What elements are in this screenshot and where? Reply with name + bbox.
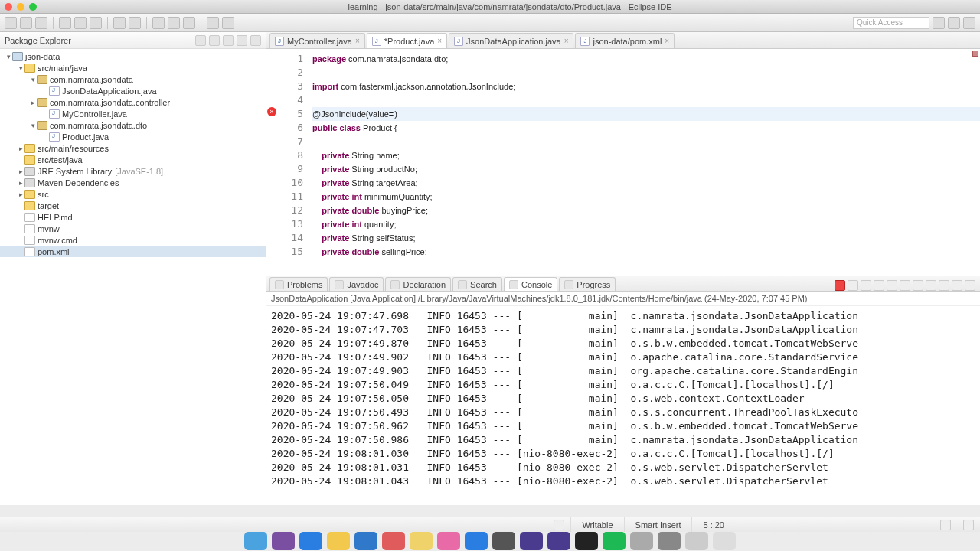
dock-chrome-icon[interactable]	[327, 532, 350, 550]
perspective-java-icon[interactable]	[933, 17, 945, 29]
display-selected-icon[interactable]	[926, 280, 936, 291]
toggle-mark-icon[interactable]	[183, 17, 195, 29]
editor-body[interactable]: × 123456789101112131415 package com.namr…	[266, 49, 980, 276]
debug-icon[interactable]	[59, 17, 71, 29]
tree-row[interactable]: HELP.md	[0, 211, 266, 223]
link-editor-icon[interactable]	[209, 35, 220, 46]
dock-spotify-icon[interactable]	[603, 532, 626, 550]
dock-generic2-icon[interactable]	[658, 532, 681, 550]
editor-tab[interactable]: JJsonDataApplication.java×	[449, 33, 573, 48]
dock-generic-icon[interactable]	[630, 532, 653, 550]
close-icon[interactable]: ×	[355, 37, 360, 45]
close-icon[interactable]: ×	[564, 37, 569, 45]
bottom-tab[interactable]: Declaration	[385, 277, 451, 291]
dock-terminal-icon[interactable]	[575, 532, 598, 550]
new-class-icon[interactable]	[129, 17, 141, 29]
bottom-tab[interactable]: Console	[504, 277, 557, 291]
pin-console-icon[interactable]	[913, 280, 923, 291]
dock-generic3-icon[interactable]	[685, 532, 708, 550]
tree-row[interactable]: src/test/java	[0, 154, 266, 165]
tree-row[interactable]: mvnw.cmd	[0, 234, 266, 246]
dock-music-icon[interactable]	[437, 532, 460, 550]
run-icon[interactable]	[74, 17, 87, 29]
new-package-icon[interactable]	[113, 17, 126, 29]
console-output[interactable]: 2020-05-24 19:07:47.698 INFO 16453 --- […	[266, 306, 980, 505]
tree-row[interactable]: ▸src/main/resources	[0, 142, 266, 154]
save-icon[interactable]	[20, 17, 32, 29]
editor-tabs[interactable]: JMyController.java×J*Product.java×JJsonD…	[266, 32, 980, 49]
view-menu-icon[interactable]	[223, 35, 234, 46]
tree-row[interactable]: ▸com.namrata.jsondata.controller	[0, 96, 266, 108]
tree-row[interactable]: ▸JRE System Library[JavaSE-1.8]	[0, 165, 266, 177]
error-marker-icon[interactable]: ×	[267, 107, 276, 116]
status-build-icon[interactable]	[554, 520, 564, 530]
collapse-all-icon[interactable]	[195, 35, 206, 46]
status-updates-icon[interactable]	[940, 520, 951, 530]
close-icon[interactable]: ×	[437, 37, 442, 45]
dock-settings-icon[interactable]	[492, 532, 515, 550]
tree-row[interactable]: ▾com.namrata.jsondata.dto	[0, 119, 266, 131]
dock-eclipse2-icon[interactable]	[547, 532, 570, 550]
dock-finder-icon[interactable]	[244, 532, 267, 550]
bottom-tabs[interactable]: ProblemsJavadocDeclarationSearchConsoleP…	[266, 276, 980, 292]
forward-icon[interactable]	[222, 17, 234, 29]
editor-tab[interactable]: Jjson-data/pom.xml×	[575, 33, 675, 48]
perspective-open-icon[interactable]	[963, 17, 975, 29]
minimize-view-icon[interactable]	[237, 35, 247, 46]
search-icon[interactable]	[168, 17, 180, 29]
save-all-icon[interactable]	[35, 17, 47, 29]
back-icon[interactable]	[207, 17, 219, 29]
open-console-icon[interactable]	[939, 280, 949, 291]
overview-ruler-error-icon[interactable]	[972, 51, 978, 57]
bottom-tab[interactable]: Search	[452, 277, 502, 291]
tree-row[interactable]: MyController.java	[0, 108, 266, 119]
tree-row[interactable]: target	[0, 200, 266, 211]
tree-row[interactable]: ▸Maven Dependencies	[0, 177, 266, 188]
code-area[interactable]: package com.namrata.jsondata.dto; import…	[308, 49, 980, 276]
dock-mail-icon[interactable]	[354, 532, 377, 550]
minimize-icon[interactable]	[17, 3, 24, 11]
tree-row[interactable]: pom.xml	[0, 246, 266, 257]
maximize-bottom-icon[interactable]	[965, 280, 975, 291]
editor-tab[interactable]: JMyController.java×	[270, 33, 365, 48]
maximize-view-icon[interactable]	[250, 35, 261, 46]
perspective-debug-icon[interactable]	[948, 17, 960, 29]
minimize-bottom-icon[interactable]	[952, 280, 962, 291]
dock-notes-icon[interactable]	[410, 532, 433, 550]
new-icon[interactable]	[5, 17, 17, 29]
bottom-tab[interactable]: Javadoc	[329, 277, 384, 291]
dock-safari-icon[interactable]	[299, 532, 322, 550]
dock-app-icon[interactable]	[272, 532, 295, 550]
tree-row[interactable]: Product.java	[0, 131, 266, 142]
remove-launch-icon[interactable]	[848, 280, 858, 291]
dock-appstore-icon[interactable]	[465, 532, 488, 550]
status-tip-icon[interactable]	[963, 520, 974, 530]
zoom-icon[interactable]	[29, 3, 37, 11]
word-wrap-icon[interactable]	[900, 280, 910, 291]
bottom-tab[interactable]: Progress	[559, 277, 616, 291]
tree-row[interactable]: ▸src	[0, 188, 266, 200]
tree-row[interactable]: JsonDataApplication.java	[0, 85, 266, 96]
terminate-icon[interactable]	[835, 280, 845, 291]
close-icon[interactable]	[5, 3, 12, 11]
open-type-icon[interactable]	[152, 17, 165, 29]
package-tree[interactable]: ▾json-data▾src/main/java▾com.namrata.jso…	[0, 49, 266, 505]
quick-access-input[interactable]: Quick Access	[853, 17, 929, 29]
clear-console-icon[interactable]	[874, 280, 884, 291]
close-icon[interactable]: ×	[665, 37, 669, 45]
line-gutter: 123456789101112131415	[277, 49, 308, 276]
tree-row[interactable]: ▾src/main/java	[0, 62, 266, 73]
dock-eclipse-icon[interactable]	[520, 532, 543, 550]
tree-row[interactable]: mvnw	[0, 223, 266, 234]
coverage-icon[interactable]	[90, 17, 102, 29]
remove-all-icon[interactable]	[861, 280, 871, 291]
scroll-lock-icon[interactable]	[887, 280, 897, 291]
traffic-lights[interactable]	[5, 3, 37, 11]
dock-calendar-icon[interactable]	[382, 532, 405, 550]
dock-trash-icon[interactable]	[713, 532, 736, 550]
macos-dock[interactable]	[0, 532, 980, 551]
tree-row[interactable]: ▾json-data	[0, 51, 266, 62]
bottom-tab[interactable]: Problems	[270, 277, 328, 291]
editor-tab[interactable]: J*Product.java×	[367, 33, 447, 48]
tree-row[interactable]: ▾com.namrata.jsondata	[0, 73, 266, 85]
